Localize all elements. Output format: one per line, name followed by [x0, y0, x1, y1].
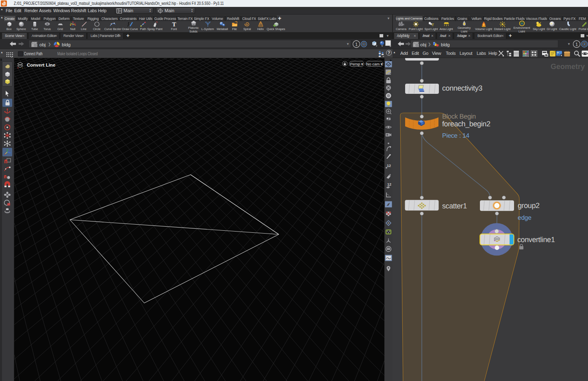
- svg-text:T: T: [172, 21, 176, 27]
- svg-text:12: 12: [387, 164, 391, 168]
- svg-text:12: 12: [387, 182, 391, 186]
- svg-text:1: 1: [575, 42, 578, 47]
- svg-text:1: 1: [355, 42, 358, 47]
